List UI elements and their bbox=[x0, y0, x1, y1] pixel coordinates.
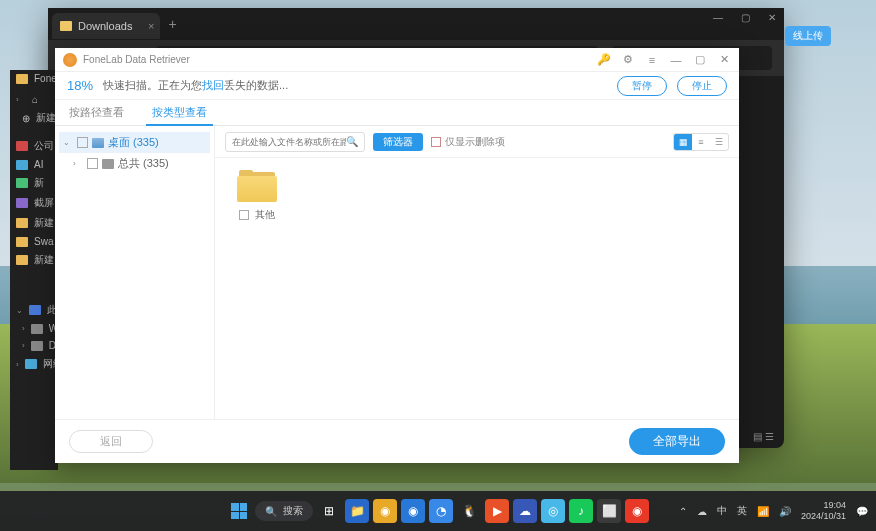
sidebar-item[interactable]: 公司 bbox=[10, 136, 58, 156]
maximize-icon[interactable]: ▢ bbox=[693, 53, 707, 66]
tab-by-type[interactable]: 按类型查看 bbox=[138, 100, 221, 125]
show-deleted-toggle[interactable]: 仅显示删除项 bbox=[431, 135, 505, 149]
close-icon[interactable]: ✕ bbox=[717, 53, 731, 66]
tree-label: 总共 (335) bbox=[118, 156, 169, 171]
folder-icon bbox=[16, 198, 28, 208]
folder-icon bbox=[16, 74, 28, 84]
list-view-icon[interactable]: ≡ bbox=[692, 134, 710, 150]
sidebar-item[interactable]: FoneLa bbox=[10, 70, 58, 87]
sidebar-item[interactable]: 新建 bbox=[10, 250, 58, 270]
close-icon[interactable]: ✕ bbox=[768, 12, 776, 23]
maximize-icon[interactable]: ▢ bbox=[741, 12, 750, 23]
sidebar-item[interactable]: 新 bbox=[10, 173, 58, 193]
sidebar-item[interactable]: ›Da bbox=[10, 337, 58, 354]
edge-icon[interactable]: ◉ bbox=[401, 499, 425, 523]
app-icon[interactable]: ◉ bbox=[625, 499, 649, 523]
task-view-icon[interactable]: ⊞ bbox=[317, 499, 341, 523]
volume-icon[interactable]: 🔊 bbox=[779, 506, 791, 517]
app-icon[interactable]: ☁ bbox=[513, 499, 537, 523]
sidebar-item[interactable]: 新建 bbox=[10, 213, 58, 233]
sidebar-item[interactable]: ›⌂ bbox=[10, 91, 58, 108]
home-icon: ⌂ bbox=[32, 94, 38, 105]
clock[interactable]: 19:04 2024/10/31 bbox=[801, 500, 846, 522]
add-icon: ⊕ bbox=[22, 113, 30, 124]
start-button[interactable] bbox=[227, 499, 251, 523]
minimize-icon[interactable]: — bbox=[713, 12, 723, 23]
folder-icon bbox=[16, 141, 28, 151]
app-logo-icon bbox=[63, 53, 77, 67]
language-indicator[interactable]: 英 bbox=[737, 504, 747, 518]
stop-button[interactable]: 停止 bbox=[677, 76, 727, 96]
tree-item-desktop[interactable]: ⌄ 桌面 (335) bbox=[59, 132, 210, 153]
sidebar-item[interactable]: 截屏 bbox=[10, 193, 58, 213]
checkbox[interactable] bbox=[77, 137, 88, 148]
chevron-up-icon[interactable]: ⌃ bbox=[679, 506, 687, 517]
chevron-down-icon[interactable]: ⌄ bbox=[63, 138, 73, 147]
minimize-icon[interactable]: — bbox=[669, 54, 683, 66]
taskbar-search[interactable]: 🔍 搜索 bbox=[255, 501, 313, 521]
checkbox[interactable] bbox=[239, 210, 249, 220]
app-title: FoneLab Data Retriever bbox=[83, 54, 597, 65]
grid-view-icon[interactable]: ▦ bbox=[674, 134, 692, 150]
app-icon[interactable]: ⬜ bbox=[597, 499, 621, 523]
notifications-icon[interactable]: 💬 bbox=[856, 506, 868, 517]
app-icon[interactable]: ◔ bbox=[429, 499, 453, 523]
folder-item[interactable]: 其他 bbox=[227, 170, 287, 222]
file-grid: 其他 bbox=[215, 158, 739, 419]
back-button[interactable]: 返回 bbox=[69, 430, 153, 453]
app-icon[interactable]: ◎ bbox=[541, 499, 565, 523]
sidebar-item[interactable]: ⊕新建 bbox=[10, 108, 58, 128]
close-tab-icon[interactable]: × bbox=[148, 20, 154, 32]
progress-row: 18% 快速扫描。正在为您找回丢失的数据... 暂停 停止 bbox=[55, 72, 739, 100]
export-all-button[interactable]: 全部导出 bbox=[629, 428, 725, 455]
search-icon[interactable]: 🔍 bbox=[346, 136, 358, 147]
sidebar-item[interactable]: ›Wi bbox=[10, 320, 58, 337]
tree-label: 桌面 (335) bbox=[108, 135, 159, 150]
menu-icon[interactable]: ≡ bbox=[645, 54, 659, 66]
folder-icon bbox=[16, 178, 28, 188]
new-tab-button[interactable]: + bbox=[168, 16, 176, 32]
checkbox[interactable] bbox=[87, 158, 98, 169]
spotify-icon[interactable]: ♪ bbox=[569, 499, 593, 523]
taskbar: 🔍 搜索 ⊞ 📁 ◉ ◉ ◔ 🐧 ▶ ☁ ◎ ♪ ⬜ ◉ ⌃ ☁ 中 英 📶 🔊… bbox=[0, 491, 876, 531]
pause-button[interactable]: 暂停 bbox=[617, 76, 667, 96]
folder-icon bbox=[16, 160, 28, 170]
checkbox[interactable] bbox=[431, 137, 441, 147]
network-icon bbox=[25, 359, 37, 369]
disk-icon bbox=[31, 324, 43, 334]
tab-by-path[interactable]: 按路径查看 bbox=[55, 100, 138, 125]
sidebar-item[interactable]: Swa bbox=[10, 233, 58, 250]
explorer-icon[interactable]: 📁 bbox=[345, 499, 369, 523]
language-indicator[interactable]: 中 bbox=[717, 504, 727, 518]
upload-button[interactable]: 线上传 bbox=[785, 26, 831, 46]
tree-item-total[interactable]: › 总共 (335) bbox=[59, 153, 210, 174]
folder-icon bbox=[60, 21, 72, 31]
folder-icon bbox=[16, 218, 28, 228]
filter-button[interactable]: 筛选器 bbox=[373, 133, 423, 151]
sidebar-item[interactable]: ⌄此 bbox=[10, 300, 58, 320]
progress-text: 快速扫描。正在为您找回丢失的数据... bbox=[103, 78, 607, 93]
disk-icon bbox=[31, 341, 43, 351]
sidebar-item[interactable]: ›网络 bbox=[10, 354, 58, 374]
view-controls[interactable]: ▤ ☰ bbox=[753, 431, 774, 442]
app-footer: 返回 全部导出 bbox=[55, 419, 739, 463]
search-input[interactable]: 🔍 bbox=[225, 132, 365, 152]
cloud-icon[interactable]: ☁ bbox=[697, 506, 707, 517]
desktop-icon bbox=[92, 138, 104, 148]
wifi-icon[interactable]: 📶 bbox=[757, 506, 769, 517]
detail-view-icon[interactable]: ☰ bbox=[710, 134, 728, 150]
explorer-tab[interactable]: Downloads × bbox=[52, 13, 160, 39]
folder-icon bbox=[102, 159, 114, 169]
app-icon[interactable]: ▶ bbox=[485, 499, 509, 523]
progress-percent: 18% bbox=[67, 78, 93, 93]
chrome-icon[interactable]: ◉ bbox=[373, 499, 397, 523]
key-icon[interactable]: 🔑 bbox=[597, 53, 611, 66]
tree-panel: ⌄ 桌面 (335) › 总共 (335) bbox=[55, 126, 215, 419]
search-icon: 🔍 bbox=[265, 506, 277, 517]
sidebar-item[interactable]: AI bbox=[10, 156, 58, 173]
app-titlebar: FoneLab Data Retriever 🔑 ⚙ ≡ — ▢ ✕ bbox=[55, 48, 739, 72]
settings-icon[interactable]: ⚙ bbox=[621, 53, 635, 66]
pc-icon bbox=[29, 305, 41, 315]
qq-icon[interactable]: 🐧 bbox=[457, 499, 481, 523]
chevron-right-icon[interactable]: › bbox=[73, 159, 83, 168]
